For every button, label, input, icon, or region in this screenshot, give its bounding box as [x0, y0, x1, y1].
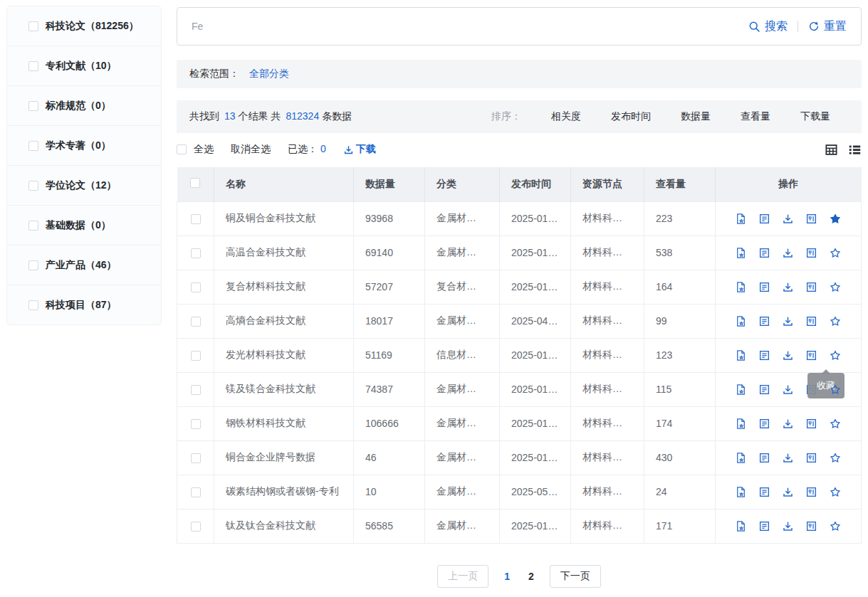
download-file-icon[interactable]	[782, 315, 794, 327]
category-checkbox[interactable]	[28, 21, 38, 31]
dataset-name[interactable]: 钢铁材料科技文献	[214, 406, 354, 440]
detail-icon[interactable]	[758, 247, 770, 259]
category-checkbox[interactable]	[28, 101, 38, 111]
select-all-checkbox[interactable]	[177, 144, 187, 154]
page-number[interactable]: 1	[504, 571, 510, 582]
citation-icon[interactable]	[805, 315, 817, 327]
sidebar-item-专利文献[interactable]: 专利文献（10）	[7, 46, 161, 86]
sort-option[interactable]: 相关度	[551, 110, 581, 123]
category-checkbox[interactable]	[28, 61, 38, 71]
report-icon[interactable]	[735, 281, 747, 293]
download-file-icon[interactable]	[782, 520, 794, 532]
sidebar-item-标准规范[interactable]: 标准规范（0）	[7, 86, 161, 126]
dataset-name[interactable]: 钛及钛合金科技文献	[214, 509, 354, 543]
sidebar-item-学位论文[interactable]: 学位论文（12）	[7, 166, 161, 206]
sort-option[interactable]: 下载量	[800, 110, 830, 123]
dataset-name[interactable]: 复合材料科技文献	[214, 270, 354, 304]
row-checkbox[interactable]	[191, 317, 201, 327]
report-icon[interactable]	[735, 452, 747, 464]
next-page-button[interactable]: 下一页	[550, 565, 601, 588]
citation-icon[interactable]	[805, 349, 817, 361]
row-checkbox[interactable]	[191, 419, 201, 429]
star-icon[interactable]	[829, 451, 842, 464]
detail-icon[interactable]	[758, 452, 770, 464]
category-checkbox[interactable]	[28, 300, 38, 310]
dataset-name[interactable]: 发光材料科技文献	[214, 338, 354, 372]
table-view-icon[interactable]	[825, 143, 838, 157]
download-file-icon[interactable]	[782, 213, 794, 225]
dataset-name[interactable]: 镁及镁合金科技文献	[214, 372, 354, 406]
report-icon[interactable]	[735, 520, 747, 532]
sidebar-item-科技项目[interactable]: 科技项目（87）	[7, 285, 161, 325]
star-icon[interactable]	[829, 519, 842, 532]
detail-icon[interactable]	[758, 384, 770, 396]
citation-icon[interactable]	[805, 213, 817, 225]
download-file-icon[interactable]	[782, 418, 794, 430]
search-button[interactable]: 搜索	[748, 19, 788, 34]
detail-icon[interactable]	[758, 349, 770, 361]
row-checkbox[interactable]	[191, 282, 201, 292]
deselect-all-button[interactable]: 取消全选	[231, 143, 271, 156]
citation-icon[interactable]	[805, 486, 817, 498]
row-checkbox[interactable]	[191, 385, 201, 395]
report-icon[interactable]	[735, 418, 747, 430]
report-icon[interactable]	[735, 384, 747, 396]
citation-icon[interactable]	[805, 452, 817, 464]
category-checkbox[interactable]	[28, 181, 38, 191]
category-checkbox[interactable]	[28, 260, 38, 270]
row-checkbox[interactable]	[191, 248, 201, 258]
star-icon[interactable]	[829, 280, 842, 293]
row-checkbox[interactable]	[191, 522, 201, 532]
row-checkbox[interactable]	[191, 351, 201, 361]
star-icon[interactable]	[829, 485, 842, 498]
dataset-name[interactable]: 碳素结构钢或者碳钢-专利	[214, 475, 354, 509]
detail-icon[interactable]	[758, 418, 770, 430]
category-checkbox[interactable]	[28, 221, 38, 231]
prev-page-button[interactable]: 上一页	[437, 565, 488, 588]
citation-icon[interactable]	[805, 418, 817, 430]
detail-icon[interactable]	[758, 281, 770, 293]
download-file-icon[interactable]	[782, 247, 794, 259]
dataset-name[interactable]: 铜合金企业牌号数据	[214, 440, 354, 475]
detail-icon[interactable]	[758, 213, 770, 225]
star-icon[interactable]	[829, 349, 842, 361]
sidebar-item-产业产品[interactable]: 产业产品（46）	[7, 245, 161, 285]
row-checkbox[interactable]	[191, 214, 201, 224]
citation-icon[interactable]	[805, 520, 817, 532]
report-icon[interactable]	[735, 486, 747, 498]
category-checkbox[interactable]	[28, 141, 38, 151]
list-view-icon[interactable]	[848, 143, 862, 157]
detail-icon[interactable]	[758, 520, 770, 532]
download-selected-button[interactable]: 下载	[343, 143, 376, 156]
header-checkbox[interactable]	[190, 178, 200, 188]
star-icon[interactable]	[829, 246, 842, 259]
download-file-icon[interactable]	[782, 349, 794, 361]
select-all-button[interactable]: 全选	[194, 143, 214, 156]
star-icon[interactable]	[829, 417, 842, 430]
citation-icon[interactable]	[805, 247, 817, 259]
scope-value-link[interactable]: 全部分类	[249, 68, 289, 80]
dataset-name[interactable]: 高温合金科技文献	[214, 236, 354, 270]
sidebar-item-基础数据[interactable]: 基础数据（0）	[7, 206, 161, 245]
report-icon[interactable]	[735, 349, 747, 361]
page-number[interactable]: 2	[528, 571, 534, 582]
report-icon[interactable]	[735, 247, 747, 259]
sidebar-item-科技论文[interactable]: 科技论文（812256）	[7, 6, 161, 46]
star-icon[interactable]	[829, 315, 842, 327]
row-checkbox[interactable]	[191, 453, 201, 463]
sort-option[interactable]: 查看量	[741, 110, 770, 123]
sidebar-item-学术专著[interactable]: 学术专著（0）	[7, 126, 161, 166]
download-file-icon[interactable]	[782, 486, 794, 498]
download-file-icon[interactable]	[782, 281, 794, 293]
detail-icon[interactable]	[758, 315, 770, 327]
star-icon[interactable]	[829, 383, 842, 396]
citation-icon[interactable]	[805, 281, 817, 293]
detail-icon[interactable]	[758, 486, 770, 498]
reset-button[interactable]: 重置	[808, 19, 847, 34]
dataset-name[interactable]: 高熵合金科技文献	[214, 304, 354, 338]
download-file-icon[interactable]	[782, 452, 794, 464]
sort-option[interactable]: 数据量	[681, 110, 711, 123]
dataset-name[interactable]: 铜及铜合金科技文献	[214, 201, 354, 236]
row-checkbox[interactable]	[191, 487, 201, 497]
download-file-icon[interactable]	[782, 384, 794, 396]
